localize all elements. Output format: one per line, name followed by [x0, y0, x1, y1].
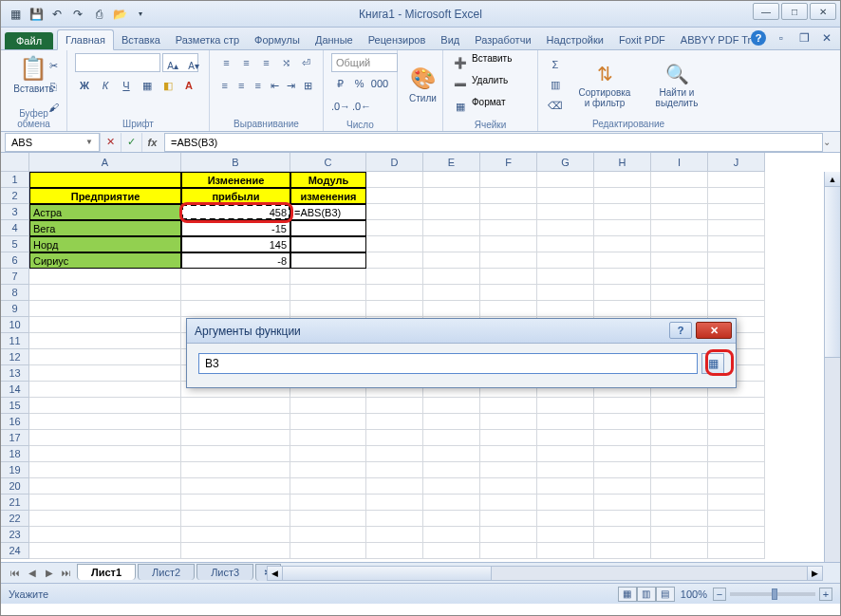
styles-button[interactable]: 🎨 Стили: [405, 65, 440, 105]
cell[interactable]: [594, 430, 651, 446]
cell[interactable]: [423, 446, 480, 462]
cell[interactable]: [423, 478, 480, 495]
cell[interactable]: [651, 269, 708, 285]
cell[interactable]: [366, 398, 423, 414]
cell[interactable]: [181, 511, 290, 527]
cell[interactable]: [290, 220, 366, 236]
cell[interactable]: [651, 236, 708, 252]
range-reference-input[interactable]: [198, 353, 698, 374]
cell[interactable]: [181, 285, 290, 301]
cell[interactable]: [708, 430, 765, 446]
cell[interactable]: [537, 252, 594, 269]
cell[interactable]: [537, 495, 594, 511]
cell[interactable]: [290, 430, 366, 446]
sheet-tab[interactable]: Лист1: [77, 564, 136, 580]
row-header[interactable]: 12: [1, 349, 29, 365]
cell[interactable]: [594, 543, 651, 559]
cell[interactable]: [366, 285, 423, 301]
tab-formulas[interactable]: Формулы: [247, 30, 308, 49]
zoom-in-button[interactable]: +: [819, 588, 832, 601]
cell[interactable]: [290, 478, 366, 495]
align-right-icon[interactable]: ≡: [251, 76, 266, 95]
cell[interactable]: [29, 398, 181, 414]
cell[interactable]: [423, 430, 480, 446]
vertical-scrollbar[interactable]: ▲: [824, 172, 840, 562]
mdi-restore-icon[interactable]: ❐: [796, 30, 812, 46]
cell[interactable]: [537, 398, 594, 414]
cell[interactable]: [366, 220, 423, 236]
row-header[interactable]: 13: [1, 365, 29, 382]
cell[interactable]: [29, 446, 181, 462]
cell[interactable]: [651, 414, 708, 430]
cell[interactable]: [537, 172, 594, 188]
comma-icon[interactable]: 000: [370, 74, 389, 93]
cell[interactable]: [537, 430, 594, 446]
dialog-help-button[interactable]: ?: [669, 322, 692, 339]
tab-view[interactable]: Вид: [433, 30, 467, 49]
delete-cells-button[interactable]: ➖Удалить: [451, 75, 530, 94]
cell[interactable]: [708, 446, 765, 462]
zoom-level[interactable]: 100%: [681, 588, 707, 600]
sheet-first-icon[interactable]: ⏮: [7, 565, 24, 582]
cell[interactable]: [366, 543, 423, 559]
cell[interactable]: [480, 252, 537, 269]
zoom-slider[interactable]: [730, 592, 815, 596]
sheet-next-icon[interactable]: ▶: [41, 565, 58, 582]
row-header[interactable]: 3: [1, 204, 29, 220]
copy-icon[interactable]: ⎘: [44, 77, 63, 96]
cell[interactable]: [290, 252, 366, 269]
cell[interactable]: [29, 527, 181, 543]
cell[interactable]: [480, 430, 537, 446]
cell[interactable]: [423, 301, 480, 317]
row-header[interactable]: 9: [1, 301, 29, 317]
cell[interactable]: [480, 414, 537, 430]
cell[interactable]: [651, 495, 708, 511]
decrease-indent-icon[interactable]: ⇤: [268, 76, 283, 95]
cell[interactable]: [290, 285, 366, 301]
cell[interactable]: [537, 188, 594, 204]
cell[interactable]: [708, 220, 765, 236]
cell[interactable]: [366, 478, 423, 495]
cell[interactable]: [708, 236, 765, 252]
merge-icon[interactable]: ⊞: [301, 76, 316, 95]
cell[interactable]: -8: [181, 252, 290, 269]
cell[interactable]: [181, 495, 290, 511]
enter-formula-button[interactable]: ✓: [121, 133, 141, 152]
cell[interactable]: [29, 285, 181, 301]
cell[interactable]: [480, 301, 537, 317]
decrease-decimal-icon[interactable]: .0←: [352, 97, 371, 116]
sheet-tab[interactable]: Лист3: [196, 564, 253, 580]
cell[interactable]: [423, 398, 480, 414]
tab-home[interactable]: Главная: [57, 29, 114, 50]
cell[interactable]: [594, 285, 651, 301]
cell[interactable]: [651, 446, 708, 462]
column-header[interactable]: I: [651, 153, 708, 172]
row-header[interactable]: 23: [1, 527, 29, 543]
increase-indent-icon[interactable]: ⇥: [284, 76, 299, 95]
cell[interactable]: [651, 462, 708, 478]
cell[interactable]: [594, 188, 651, 204]
cell[interactable]: [708, 188, 765, 204]
collapse-dialog-button[interactable]: ▦: [701, 353, 724, 374]
cell[interactable]: [651, 398, 708, 414]
row-header[interactable]: 8: [1, 285, 29, 301]
find-select-button[interactable]: 🔍 Найти и выделить: [645, 61, 709, 110]
cell[interactable]: 458: [181, 204, 290, 220]
cell[interactable]: [480, 446, 537, 462]
cell[interactable]: [537, 236, 594, 252]
cell[interactable]: [480, 478, 537, 495]
cell[interactable]: [423, 269, 480, 285]
font-color-button[interactable]: А: [179, 76, 198, 95]
cell[interactable]: [594, 446, 651, 462]
cell[interactable]: [423, 414, 480, 430]
cell[interactable]: [181, 462, 290, 478]
zoom-out-button[interactable]: −: [713, 588, 726, 601]
row-header[interactable]: 1: [1, 172, 29, 188]
dialog-titlebar[interactable]: Аргументы функции ? ✕: [187, 319, 736, 344]
cell[interactable]: [29, 414, 181, 430]
cell[interactable]: [366, 414, 423, 430]
maximize-button[interactable]: □: [781, 3, 808, 20]
cell[interactable]: [594, 511, 651, 527]
cell[interactable]: [181, 301, 290, 317]
tab-developer[interactable]: Разработчи: [467, 30, 538, 49]
